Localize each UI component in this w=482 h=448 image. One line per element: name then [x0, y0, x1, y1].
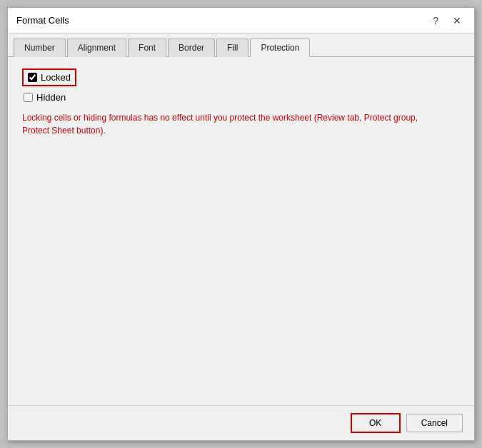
locked-box: Locked [22, 68, 76, 86]
tab-border[interactable]: Border [168, 39, 215, 57]
tab-font[interactable]: Font [128, 39, 166, 57]
locked-row: Locked [22, 68, 460, 86]
hidden-checkbox[interactable] [24, 93, 33, 102]
cancel-button[interactable]: Cancel [406, 414, 463, 432]
ok-button[interactable]: OK [351, 413, 401, 433]
locked-label[interactable]: Locked [41, 72, 71, 83]
title-bar-controls: ? ✕ [428, 14, 466, 27]
tabs-bar: Number Alignment Font Border Fill Protec… [8, 34, 474, 57]
hidden-label[interactable]: Hidden [36, 92, 66, 103]
content-area: Locked Hidden Locking cells or hiding fo… [8, 57, 474, 405]
bottom-bar: OK Cancel [8, 405, 474, 440]
help-button[interactable]: ? [428, 14, 443, 27]
dialog-title: Format Cells [16, 15, 69, 26]
locked-checkbox[interactable] [28, 73, 37, 82]
close-button[interactable]: ✕ [448, 14, 466, 27]
hidden-row: Hidden [24, 92, 460, 103]
tab-number[interactable]: Number [14, 39, 66, 57]
format-cells-dialog: Format Cells ? ✕ Number Alignment Font B… [7, 7, 475, 441]
tab-protection[interactable]: Protection [250, 39, 310, 57]
protection-info-text: Locking cells or hiding formulas has no … [22, 111, 436, 137]
tab-alignment[interactable]: Alignment [67, 39, 126, 57]
tab-fill[interactable]: Fill [216, 39, 248, 57]
title-bar: Format Cells ? ✕ [8, 8, 474, 34]
